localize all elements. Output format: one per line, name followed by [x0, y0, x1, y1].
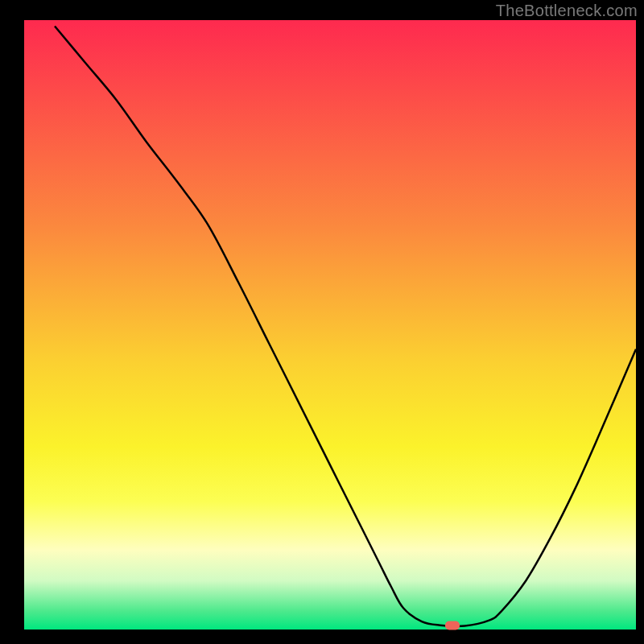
bottleneck-chart — [0, 0, 644, 644]
watermark-text: TheBottleneck.com — [496, 2, 638, 20]
optimum-marker — [445, 621, 460, 630]
gradient-background — [24, 20, 636, 630]
